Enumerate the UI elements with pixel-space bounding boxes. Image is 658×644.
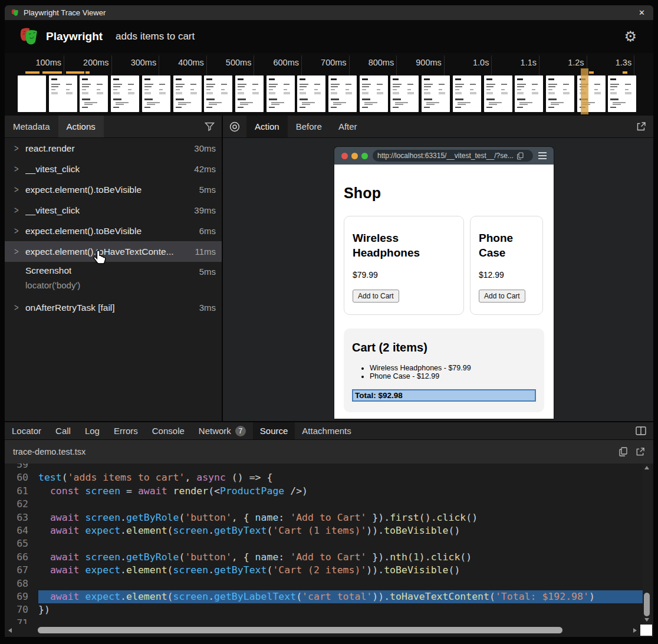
chevron-right-icon[interactable]: > bbox=[14, 302, 19, 313]
timeline-thumbnail[interactable] bbox=[328, 75, 357, 112]
thumb-detail bbox=[501, 92, 508, 94]
timeline-thumbnail[interactable] bbox=[390, 75, 419, 112]
source-code-editor[interactable]: 5960test('adds items to cart', async () … bbox=[5, 464, 643, 624]
open-external-icon[interactable] bbox=[636, 121, 646, 132]
timeline-thumbnail[interactable] bbox=[360, 75, 388, 112]
code-line[interactable]: 62 bbox=[5, 498, 643, 511]
timeline-thumbnail[interactable] bbox=[173, 75, 202, 112]
thumb-detail bbox=[284, 92, 290, 94]
code-line[interactable]: 64 await expect.element(screen.getByText… bbox=[5, 524, 643, 537]
filter-icon[interactable] bbox=[205, 122, 215, 132]
code-horizontal-scrollbar[interactable] bbox=[7, 626, 638, 635]
code-line[interactable]: 71 bbox=[5, 617, 643, 624]
chevron-right-icon[interactable]: > bbox=[14, 225, 19, 236]
timeline-thumbnail[interactable] bbox=[515, 75, 543, 112]
tab-action[interactable]: Action bbox=[246, 116, 288, 137]
chevron-right-icon[interactable]: > bbox=[14, 246, 19, 257]
add-to-cart-button[interactable]: Add to Cart bbox=[353, 290, 399, 303]
tab-errors[interactable]: Errors bbox=[107, 422, 145, 439]
timeline[interactable]: 100ms200ms300ms400ms500ms600ms700ms800ms… bbox=[5, 53, 653, 116]
open-source-external-icon[interactable] bbox=[636, 447, 645, 456]
code-line[interactable]: 69 await expect.element(screen.getByLabe… bbox=[5, 590, 643, 603]
pick-locator-icon[interactable] bbox=[223, 116, 246, 137]
timeline-thumbnail[interactable] bbox=[297, 75, 325, 112]
tab-console[interactable]: Console bbox=[145, 422, 192, 439]
action-row[interactable]: >expect.element().toBeVisible5ms bbox=[5, 179, 222, 200]
timeline-thumbnail[interactable] bbox=[18, 75, 46, 112]
action-row[interactable]: Screenshot5mslocator('body') bbox=[5, 262, 222, 297]
thumb-detail bbox=[424, 107, 430, 108]
timeline-thumbnail[interactable] bbox=[111, 75, 139, 112]
tab-before[interactable]: Before bbox=[288, 116, 330, 137]
code-text: await screen.getByRole('button', { name:… bbox=[38, 511, 643, 524]
tab-after[interactable]: After bbox=[330, 116, 366, 137]
line-number: 61 bbox=[5, 485, 38, 498]
thumb-detail bbox=[346, 89, 349, 90]
timeline-thumbnail[interactable] bbox=[422, 75, 450, 112]
code-line[interactable]: 70}) bbox=[5, 603, 643, 616]
toggle-sidebar-icon[interactable] bbox=[636, 426, 646, 435]
cart-card: Cart (2 items) Wireless Headphones - $79… bbox=[344, 328, 544, 412]
timeline-thumbnail[interactable] bbox=[235, 75, 264, 112]
timeline-thumbnail[interactable] bbox=[204, 75, 232, 112]
chevron-right-icon[interactable]: > bbox=[14, 163, 19, 175]
add-to-cart-button[interactable]: Add to Cart bbox=[479, 290, 525, 303]
address-bar[interactable]: http://localhost:63315/__vitest_test__/?… bbox=[373, 150, 533, 162]
action-row[interactable]: >expect.element().toHaveTextConte...11ms bbox=[5, 241, 222, 262]
chevron-right-icon[interactable]: > bbox=[14, 184, 19, 195]
tab-call[interactable]: Call bbox=[48, 422, 78, 439]
code-text: await expect.element(screen.getByText('C… bbox=[38, 524, 643, 537]
copy-url-icon[interactable] bbox=[517, 152, 524, 160]
code-line[interactable]: 65 bbox=[5, 537, 643, 550]
copy-source-icon[interactable] bbox=[619, 447, 627, 456]
timeline-thumbnail[interactable] bbox=[453, 75, 481, 112]
timeline-thumbnail[interactable] bbox=[484, 75, 512, 112]
code-line[interactable]: 66 await screen.getByRole('button', { na… bbox=[5, 551, 643, 564]
code-text: await expect.element(screen.getByText('C… bbox=[38, 564, 643, 577]
thumb-detail bbox=[128, 92, 134, 94]
tab-log[interactable]: Log bbox=[78, 422, 107, 439]
settings-gear-icon[interactable]: ⚙ bbox=[624, 29, 637, 44]
action-row[interactable]: >onAfterRetryTask [fail]3ms bbox=[5, 297, 222, 318]
code-line[interactable]: 59 bbox=[5, 464, 643, 471]
timeline-thumbnail[interactable] bbox=[49, 75, 77, 112]
thumb-detail bbox=[269, 92, 275, 94]
browser-menu-icon[interactable] bbox=[538, 152, 547, 159]
action-row[interactable]: >react.render30ms bbox=[5, 138, 222, 159]
line-number: 70 bbox=[5, 603, 38, 616]
code-line[interactable]: 60test('adds items to cart', async () =>… bbox=[5, 471, 643, 484]
snapshot-panel: ActionBeforeAfter http://localhost:63315… bbox=[223, 116, 653, 421]
code-line[interactable]: 63 await screen.getByRole('button', { na… bbox=[5, 511, 643, 524]
tab-source[interactable]: Source bbox=[253, 422, 295, 439]
action-row[interactable]: >__vitest_click42ms bbox=[5, 159, 222, 179]
chevron-right-icon[interactable]: > bbox=[14, 143, 19, 154]
thumb-detail bbox=[362, 98, 370, 100]
thumb-detail bbox=[113, 89, 117, 90]
snapshot-browser-frame: http://localhost:63315/__vitest_test__/?… bbox=[334, 147, 554, 419]
action-duration: 5ms bbox=[199, 185, 216, 195]
timeline-thumbnail[interactable] bbox=[546, 75, 574, 112]
traffic-light-yellow bbox=[351, 153, 358, 159]
tab-attachments[interactable]: Attachments bbox=[295, 422, 358, 439]
timeline-thumbnail[interactable] bbox=[142, 75, 170, 112]
thumb-detail bbox=[206, 78, 212, 80]
tab-metadata[interactable]: Metadata bbox=[5, 116, 58, 137]
action-row[interactable]: >__vitest_click39ms bbox=[5, 200, 222, 221]
thumb-detail bbox=[517, 84, 526, 85]
tab-actions[interactable]: Actions bbox=[58, 116, 104, 137]
timeline-thumbnail[interactable] bbox=[80, 75, 108, 112]
thumb-detail bbox=[144, 78, 150, 80]
timeline-thumbnail[interactable] bbox=[608, 75, 636, 112]
chevron-right-icon[interactable]: > bbox=[14, 205, 19, 216]
thumb-detail bbox=[66, 84, 72, 85]
tab-locator[interactable]: Locator bbox=[5, 422, 48, 439]
action-row[interactable]: >expect.element().toBeVisible6ms bbox=[5, 221, 222, 241]
timeline-playhead[interactable] bbox=[581, 68, 588, 114]
code-vertical-scrollbar[interactable] bbox=[643, 464, 651, 624]
code-line[interactable]: 67 await expect.element(screen.getByText… bbox=[5, 564, 643, 577]
code-line[interactable]: 68 bbox=[5, 577, 643, 590]
timeline-thumbnail[interactable] bbox=[267, 75, 295, 112]
close-icon[interactable]: ✕ bbox=[636, 8, 647, 17]
tab-network[interactable]: Network7 bbox=[192, 422, 253, 439]
code-line[interactable]: 61 const screen = await render(<ProductP… bbox=[5, 485, 643, 498]
